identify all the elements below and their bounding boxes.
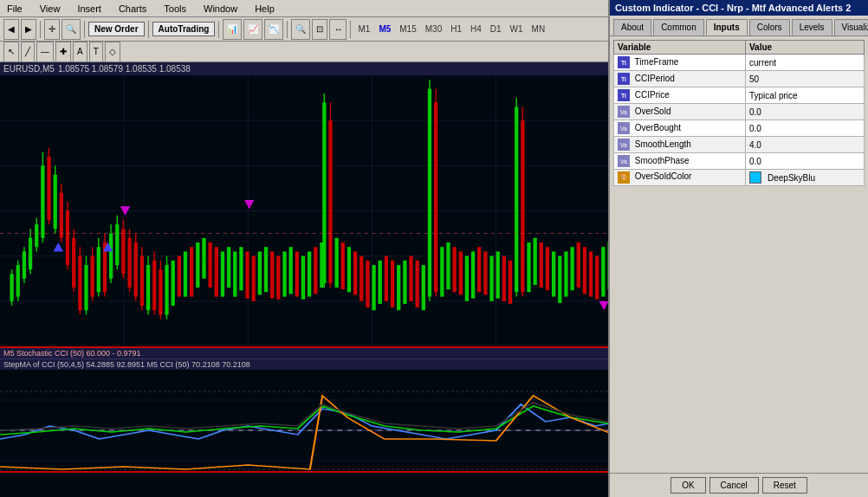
svg-rect-104	[403, 261, 406, 304]
table-row[interactable]: Va SmoothPhase 0.0	[614, 153, 865, 170]
menu-view[interactable]: View	[36, 2, 64, 16]
toolbar-btn-zoom-fit[interactable]: ⊡	[312, 19, 327, 40]
menu-insert[interactable]: Insert	[74, 2, 105, 16]
icon-color-oversoldcolor: 🎨	[618, 171, 630, 184]
menu-charts[interactable]: Charts	[115, 2, 150, 16]
icon-va-smoothlength: Va	[618, 139, 630, 151]
svg-rect-122	[502, 256, 506, 301]
svg-rect-135	[570, 247, 573, 290]
panel-action-buttons: OK Cancel Reset	[610, 473, 868, 497]
var-value-overbought[interactable]: 0.0	[746, 120, 865, 137]
separator-2	[84, 21, 85, 38]
menu-window[interactable]: Window	[200, 2, 241, 16]
table-row[interactable]: Va SmoothLength 4.0	[614, 137, 865, 153]
var-name-smoothlength: Va SmoothLength	[614, 137, 746, 153]
table-row[interactable]: Va OverBought 0.0	[614, 120, 865, 137]
tf-m5[interactable]: M5	[375, 23, 394, 36]
svg-rect-105	[409, 256, 412, 301]
svg-rect-123	[508, 261, 512, 304]
var-value-smoothlength[interactable]: 4.0	[746, 137, 865, 153]
tf-m1[interactable]: M1	[354, 23, 373, 36]
svg-rect-118	[477, 247, 481, 292]
toolbar2-btn-fib[interactable]: ◇	[105, 42, 120, 62]
var-value-oversoldcolor[interactable]: DeepSkyBlu	[746, 170, 865, 186]
svg-rect-98	[366, 261, 369, 307]
toolbar2-btn-arrow[interactable]: ↖	[3, 42, 19, 62]
toolbar-btn-zoom-out[interactable]: 🔍	[291, 19, 310, 40]
separator-6	[350, 21, 351, 38]
var-value-cciprice[interactable]: Typical price	[746, 87, 865, 104]
toolbar-btn-chart-type1[interactable]: 📊	[223, 19, 242, 40]
svg-rect-132	[552, 251, 555, 296]
autotrading-button[interactable]: AutoTrading	[152, 22, 216, 36]
svg-rect-86	[282, 251, 286, 296]
svg-rect-113	[446, 242, 450, 289]
svg-rect-102	[391, 261, 394, 307]
reset-button[interactable]: Reset	[762, 477, 807, 494]
table-row[interactable]: Ti CCIPrice Typical price	[614, 87, 865, 104]
svg-rect-137	[583, 247, 586, 294]
svg-rect-69	[202, 238, 205, 279]
cancel-button[interactable]: Cancel	[709, 477, 759, 494]
variables-table: Variable Value Ti TimeFrame current	[613, 62, 865, 186]
tf-w1[interactable]: W1	[507, 23, 527, 36]
svg-rect-68	[196, 242, 199, 287]
svg-rect-72	[221, 251, 224, 296]
toolbar-btn-forward[interactable]: ▶	[21, 19, 36, 40]
icon-va-overbought: Va	[618, 122, 630, 134]
toolbar2-btn-text[interactable]: A	[73, 42, 87, 62]
tf-m15[interactable]: M15	[396, 23, 419, 36]
svg-rect-112	[440, 247, 444, 296]
color-cell-oversold[interactable]: DeepSkyBlu	[749, 171, 860, 184]
toolbar2-btn-label[interactable]: T	[89, 42, 103, 62]
menu-file[interactable]: File	[3, 2, 26, 16]
var-name-oversoldcolor: 🎨 OverSoldColor	[614, 170, 746, 186]
tf-m30[interactable]: M30	[422, 23, 445, 36]
var-value-cciperiod[interactable]: 50	[746, 71, 865, 87]
var-value-timeframe[interactable]: current	[746, 62, 865, 71]
table-row[interactable]: Ti CCIPeriod 50	[614, 71, 865, 87]
toolbar-btn-zoom-in[interactable]: 🔍	[62, 19, 81, 40]
svg-rect-101	[385, 256, 388, 301]
svg-rect-83	[264, 247, 268, 292]
svg-rect-70	[208, 242, 211, 287]
table-row[interactable]: 🎨 OverSoldColor DeepSkyBlu	[614, 170, 865, 186]
svg-rect-88	[295, 251, 299, 296]
toolbar-btn-chart-type3[interactable]: 📉	[264, 19, 283, 40]
toolbar-btn-chart-type2[interactable]: 📈	[243, 19, 262, 40]
new-order-button[interactable]: New Order	[88, 22, 145, 36]
svg-rect-90	[308, 251, 311, 296]
toolbar-btn-scroll[interactable]: ↔	[329, 19, 347, 40]
tf-h1[interactable]: H1	[447, 23, 465, 36]
svg-rect-103	[397, 265, 400, 310]
tf-mn[interactable]: MN	[528, 23, 549, 36]
var-name-cciprice: Ti CCIPrice	[614, 87, 746, 104]
var-value-smoothphase[interactable]: 0.0	[746, 153, 865, 170]
svg-rect-120	[489, 256, 493, 301]
ok-button[interactable]: OK	[670, 477, 705, 494]
svg-rect-136	[577, 242, 580, 287]
color-swatch-oversold[interactable]	[749, 171, 761, 184]
toolbar-btn-crosshair[interactable]: ✛	[44, 19, 60, 40]
chart-symbol-prices: EURUSD,M5	[3, 64, 55, 74]
menu-help[interactable]: Help	[251, 2, 278, 16]
menu-tools[interactable]: Tools	[160, 2, 190, 16]
toolbar2-btn-hline[interactable]: —	[36, 42, 54, 62]
panel-content: Variable Value Ti TimeFrame current	[610, 62, 868, 473]
table-row[interactable]: Va OverSold 0.0	[614, 104, 865, 120]
icon-ti-cciperiod: Ti	[618, 73, 630, 85]
toolbar2-btn-line[interactable]: ╱	[21, 42, 35, 62]
var-name-overbought: Va OverBought	[614, 120, 746, 137]
svg-rect-138	[589, 251, 593, 296]
svg-rect-67	[190, 247, 193, 296]
svg-rect-140	[601, 247, 605, 296]
svg-rect-114	[452, 247, 456, 292]
toolbar2-btn-cross[interactable]: ✚	[55, 42, 71, 62]
tf-d1[interactable]: D1	[487, 23, 505, 36]
toolbar-btn-back[interactable]: ◀	[3, 19, 19, 40]
table-row[interactable]: Ti TimeFrame current	[614, 62, 865, 71]
var-name-timeframe: Ti TimeFrame	[614, 62, 746, 71]
tf-h4[interactable]: H4	[467, 23, 485, 36]
var-value-oversold[interactable]: 0.0	[746, 104, 865, 120]
var-name-smoothphase: Va SmoothPhase	[614, 153, 746, 170]
